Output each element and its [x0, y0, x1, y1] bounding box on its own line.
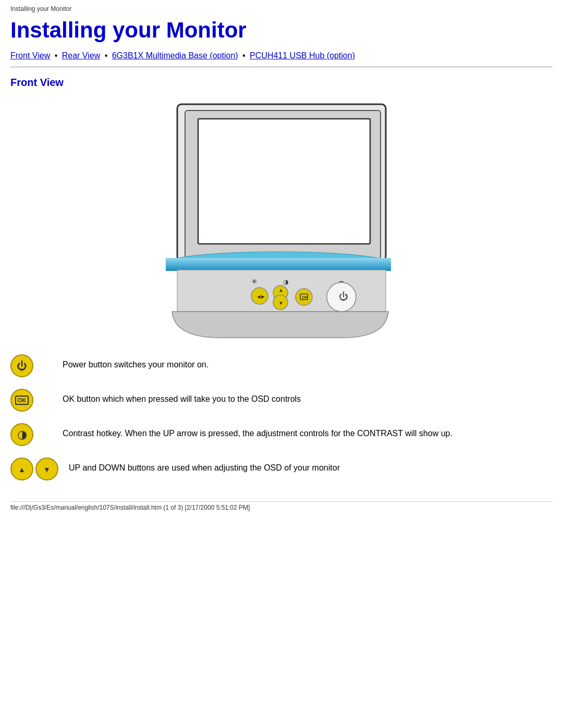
section-heading-front-view: Front View [10, 77, 553, 89]
ok-button-icon: OK [10, 389, 33, 412]
power-icon-group: ⏻ [10, 354, 52, 377]
up-arrow-icon [10, 458, 33, 480]
contrast-button-icon: ◑ [10, 423, 33, 446]
monitor-diagram: ✳ ◑ ◄ ► ▲ ▼ OK ⏻ [10, 99, 553, 339]
browser-tab: Installing your Monitor [10, 5, 553, 13]
legend-section: ⏻ Power button switches your monitor on.… [10, 354, 553, 480]
nav-link-rear-view[interactable]: Rear View [62, 51, 101, 60]
arrow-icon-group [10, 458, 58, 480]
divider [10, 67, 553, 67]
contrast-button-description: Contrast hotkey. When the UP arrow is pr… [63, 423, 452, 440]
arrow-buttons-description: UP and DOWN buttons are used when adjust… [69, 458, 340, 474]
nav-link-front-view[interactable]: Front View [10, 51, 50, 60]
legend-item-contrast: ◑ Contrast hotkey. When the UP arrow is … [10, 423, 553, 446]
nav-separator-2: • [105, 51, 110, 60]
svg-text:⏻: ⏻ [339, 291, 348, 302]
power-button-icon: ⏻ [10, 354, 33, 377]
navigation-links: Front View • Rear View • 6G3B1X Multimed… [10, 51, 553, 60]
svg-text:►: ► [260, 293, 266, 300]
legend-item-power: ⏻ Power button switches your monitor on. [10, 354, 553, 377]
svg-text:OK: OK [302, 295, 308, 300]
nav-separator-1: • [55, 51, 60, 60]
ok-button-description: OK button which when pressed will take y… [63, 389, 301, 405]
legend-item-arrows: UP and DOWN buttons are used when adjust… [10, 458, 553, 480]
nav-link-usb-hub[interactable]: PCUH411 USB Hub (option) [250, 51, 355, 60]
contrast-icon-group: ◑ [10, 423, 52, 446]
svg-rect-5 [166, 258, 391, 271]
nav-separator-3: • [242, 51, 248, 60]
nav-link-multimedia-base[interactable]: 6G3B1X Multimedia Base (option) [112, 51, 238, 60]
ok-icon-group: OK [10, 389, 52, 412]
monitor-svg: ✳ ◑ ◄ ► ▲ ▼ OK ⏻ [146, 99, 417, 339]
ok-text: OK [15, 396, 29, 405]
svg-rect-2 [198, 119, 370, 244]
svg-text:▲: ▲ [278, 287, 284, 293]
svg-text:✳: ✳ [251, 277, 258, 286]
svg-text:▼: ▼ [278, 300, 284, 306]
page-title: Installing your Monitor [10, 18, 553, 43]
legend-item-ok: OK OK button which when pressed will tak… [10, 389, 553, 412]
down-arrow-icon [35, 458, 58, 480]
status-bar: file:///D|/Gs3/Es/manual/english/107S/in… [10, 501, 553, 511]
svg-text:◑: ◑ [283, 278, 288, 286]
power-button-description: Power button switches your monitor on. [63, 354, 209, 371]
